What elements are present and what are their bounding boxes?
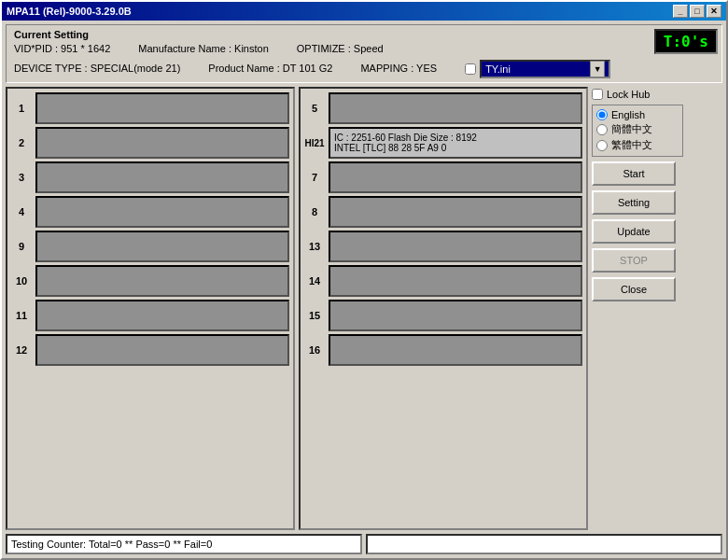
manufacture-label: Manufacture Name : Kinston bbox=[138, 43, 268, 54]
slot-bar-9 bbox=[35, 231, 289, 262]
header-row-2: DEVICE TYPE : SPECIAL(mode 21) Product N… bbox=[14, 58, 714, 78]
slot-number-12: 12 bbox=[11, 344, 32, 356]
main-window: MPA11 (Rel)-9000-3.29.0B _ □ ✕ T:0's Cur… bbox=[0, 0, 728, 560]
slot-row-15: 15 bbox=[304, 300, 582, 331]
ini-dropdown-arrow[interactable]: ▼ bbox=[590, 61, 605, 77]
slot-bar-7 bbox=[329, 161, 582, 193]
slot-row-5: 5 bbox=[304, 92, 582, 124]
slot-row-12: 12 bbox=[11, 334, 289, 366]
slot-bar-5 bbox=[329, 92, 582, 124]
slot-row-10: 10 bbox=[11, 265, 289, 297]
slot-bar-13 bbox=[329, 231, 582, 262]
slot-bar-12 bbox=[35, 334, 289, 366]
slot-bar-15 bbox=[329, 300, 582, 331]
slot-number-7: 7 bbox=[304, 172, 325, 183]
lang-traditional-radio[interactable] bbox=[596, 140, 608, 151]
ini-checkbox[interactable] bbox=[465, 63, 476, 75]
close-window-button[interactable]: ✕ bbox=[707, 5, 721, 18]
slot-number-4: 4 bbox=[11, 206, 32, 217]
slot-number-2: 2 bbox=[11, 137, 32, 148]
slot-row-8: 8 bbox=[304, 196, 582, 228]
start-button[interactable]: Start bbox=[592, 161, 676, 186]
status-right bbox=[366, 534, 722, 554]
slot-number-3: 3 bbox=[11, 172, 32, 183]
title-bar: MPA11 (Rel)-9000-3.29.0B _ □ ✕ bbox=[2, 2, 726, 21]
lock-hub-label: Lock Hub bbox=[607, 89, 650, 100]
lang-english-radio[interactable] bbox=[596, 109, 608, 120]
lang-traditional: 繁體中文 bbox=[596, 138, 679, 152]
ini-value: TY.ini bbox=[485, 63, 511, 75]
lang-english: English bbox=[596, 109, 679, 120]
slot-row-1: 1 bbox=[11, 92, 289, 124]
slot-number-1: 1 bbox=[11, 103, 32, 114]
product-name-label: Product Name : DT 101 G2 bbox=[208, 63, 332, 74]
slot-number-hi21: HI21 bbox=[304, 138, 325, 148]
slot-bar-16 bbox=[329, 334, 582, 366]
content-area: T:0's Current Setting VID*PID : 951 * 16… bbox=[2, 21, 726, 558]
setting-button[interactable]: Setting bbox=[592, 190, 676, 215]
left-slots-panel: 1 2 3 4 bbox=[6, 87, 295, 530]
slot-row-4: 4 bbox=[11, 196, 289, 228]
slot-bar-1 bbox=[35, 92, 289, 124]
stop-button[interactable]: STOP bbox=[592, 248, 676, 273]
right-slots-panel: 5 HI21 IC : 2251-60 Flash Die Size : 819… bbox=[299, 87, 588, 530]
mapping-label: MAPPING : YES bbox=[360, 63, 437, 74]
minimize-button[interactable]: _ bbox=[673, 5, 688, 18]
slot-number-14: 14 bbox=[304, 275, 325, 287]
lang-simplified: 簡體中文 bbox=[596, 122, 679, 136]
maximize-button[interactable]: □ bbox=[690, 5, 705, 18]
slot-number-13: 13 bbox=[304, 241, 325, 252]
slot-bar-14 bbox=[329, 265, 582, 297]
slot-row-hi21: HI21 IC : 2251-60 Flash Die Size : 8192 … bbox=[304, 127, 582, 159]
slot-bar-4 bbox=[35, 196, 289, 228]
language-group: English 簡體中文 繁體中文 bbox=[592, 105, 683, 157]
slot-bar-hi21: IC : 2251-60 Flash Die Size : 8192 INTEL… bbox=[329, 127, 582, 159]
lang-traditional-label: 繁體中文 bbox=[611, 138, 652, 152]
status-left-text: Testing Counter: Total=0 ** Pass=0 ** Fa… bbox=[11, 539, 212, 550]
slot-bar-8 bbox=[329, 196, 582, 228]
slot-hi21-line2: INTEL [TLC] 88 28 5F A9 0 bbox=[334, 143, 577, 153]
slot-number-10: 10 bbox=[11, 275, 32, 287]
slot-number-9: 9 bbox=[11, 241, 32, 252]
title-bar-buttons: _ □ ✕ bbox=[673, 5, 721, 18]
device-type-label: DEVICE TYPE : SPECIAL(mode 21) bbox=[14, 63, 180, 74]
slot-number-16: 16 bbox=[304, 344, 325, 356]
slot-number-5: 5 bbox=[304, 103, 325, 114]
window-title: MPA11 (Rel)-9000-3.29.0B bbox=[7, 6, 132, 17]
slot-number-11: 11 bbox=[11, 310, 32, 321]
slot-row-3: 3 bbox=[11, 161, 289, 193]
slot-hi21-line1: IC : 2251-60 Flash Die Size : 8192 bbox=[334, 133, 577, 143]
update-button[interactable]: Update bbox=[592, 219, 676, 244]
main-columns: 1 2 3 4 bbox=[6, 87, 722, 530]
slot-bar-2 bbox=[35, 127, 289, 159]
status-left: Testing Counter: Total=0 ** Pass=0 ** Fa… bbox=[6, 534, 362, 554]
lang-english-label: English bbox=[611, 109, 645, 120]
header-section: T:0's Current Setting VID*PID : 951 * 16… bbox=[6, 24, 722, 83]
ini-dropdown-row: TY.ini ▼ bbox=[465, 60, 610, 78]
lock-hub-checkbox[interactable] bbox=[592, 89, 603, 100]
lang-simplified-label: 簡體中文 bbox=[611, 122, 652, 136]
slot-row-7: 7 bbox=[304, 161, 582, 193]
lang-simplified-radio[interactable] bbox=[596, 124, 608, 135]
slot-bar-11 bbox=[35, 300, 289, 331]
lock-hub-row: Lock Hub bbox=[592, 89, 683, 100]
status-bar: Testing Counter: Total=0 ** Pass=0 ** Fa… bbox=[6, 534, 722, 554]
slot-row-16: 16 bbox=[304, 334, 582, 366]
controls-column: Lock Hub English 簡體中文 繁體中文 bbox=[592, 87, 683, 530]
close-button[interactable]: Close bbox=[592, 277, 676, 301]
slot-row-13: 13 bbox=[304, 231, 582, 262]
header-row-1: VID*PID : 951 * 1642 Manufacture Name : … bbox=[14, 43, 714, 54]
current-setting-label: Current Setting bbox=[14, 29, 714, 40]
slot-row-14: 14 bbox=[304, 265, 582, 297]
vid-pid-label: VID*PID : 951 * 1642 bbox=[14, 43, 110, 54]
slot-number-8: 8 bbox=[304, 206, 325, 217]
slot-row-9: 9 bbox=[11, 231, 289, 262]
slot-number-15: 15 bbox=[304, 310, 325, 321]
slot-row-2: 2 bbox=[11, 127, 289, 159]
slot-bar-10 bbox=[35, 265, 289, 297]
optimize-label: OPTIMIZE : Speed bbox=[297, 43, 384, 54]
timer-display: T:0's bbox=[654, 29, 718, 54]
slot-row-11: 11 bbox=[11, 300, 289, 331]
slot-bar-3 bbox=[35, 161, 289, 193]
